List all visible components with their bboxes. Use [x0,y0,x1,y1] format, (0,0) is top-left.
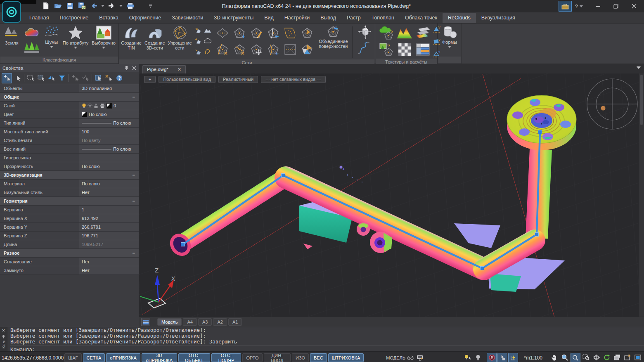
viewport-lock-button[interactable] [406,353,415,362]
restore-button[interactable] [607,0,625,12]
property-value[interactable]: По слою [79,119,139,127]
quick-polyline-button[interactable] [508,353,518,362]
compass-orbit-dot[interactable] [601,106,606,110]
layout-tab[interactable]: Модель [157,318,182,326]
open-file-button[interactable] [53,1,62,10]
status-toggle[interactable]: ОТС-ОБЪЕКТ [178,353,210,362]
mesh-section-button[interactable] [214,25,231,41]
viewport-control-button[interactable]: --- нет связанных видов --- [261,76,326,83]
property-value[interactable]: 0 [79,102,139,110]
document-tab[interactable]: Pipe.dwg* ✕ [142,65,186,73]
property-value[interactable]: Нет [79,266,139,274]
noise-button[interactable]: Шумы [43,25,60,48]
property-row[interactable]: Сглаживание Нет [0,258,139,266]
property-row[interactable]: Длина 1099.5217 [0,240,139,249]
ribbon-tab[interactable]: Главная [24,13,54,23]
property-row[interactable]: Вершина Z 196.771 [0,232,139,240]
property-row[interactable]: Тип линий По слою [0,119,139,128]
by-attribute-button[interactable]: По атрибуту [62,25,89,49]
property-row[interactable]: Цвет По слою [0,110,139,119]
property-value[interactable]: 196.771 [79,232,139,240]
zoom-button[interactable] [560,353,569,362]
create-tin-button[interactable]: Создание TIN [121,25,142,50]
property-value[interactable]: 1099.5217 [79,240,139,248]
property-row[interactable]: Материал По слою [0,180,139,188]
status-toggle[interactable]: оПРИВЯЗКА [106,353,140,362]
viewport-scrollbar[interactable] [639,73,644,317]
toolbox-button[interactable] [559,1,572,12]
save-button[interactable] [65,1,74,10]
geopositioning-button[interactable] [487,353,497,362]
scrollbar-thumb[interactable] [640,75,643,125]
apply-disabled-button[interactable] [80,73,90,83]
ribbon-tab[interactable]: Зависимости [166,13,208,23]
property-row[interactable]: Общие − [0,93,139,102]
status-toggle[interactable]: ДИН-ВВОД [264,353,291,362]
property-row[interactable]: Вершина Y 266.6791 [0,223,139,232]
lasso-button[interactable] [203,46,212,57]
ribbon-tab[interactable]: Растр [341,13,366,23]
tab-list-chevron-icon[interactable] [637,66,641,69]
property-value[interactable]: 1 [79,206,139,214]
model-viewport[interactable]: + Пользовательский вид Реалистичный --- … [139,73,644,317]
help-dropdown-caret-icon[interactable] [580,5,583,7]
status-toggle[interactable]: ВЕС [310,353,327,362]
property-value[interactable]: По слою [79,145,139,153]
status-toggle[interactable]: СЕТКА [83,353,105,362]
ribbon-tab[interactable]: Оформление [124,13,167,23]
redo-button[interactable] [107,1,116,10]
show-hidden-objects-button[interactable] [474,353,483,362]
status-toggle[interactable]: ИЗО [292,353,309,362]
group-label-classification[interactable]: Классификация [0,57,118,63]
property-row[interactable]: Масштаб типа линий 100 [0,128,139,136]
ribbon-tab[interactable]: Вставка [94,13,123,23]
property-row[interactable]: Гиперссылка [0,154,139,162]
ribbon-tab[interactable]: Топоплан [366,13,400,23]
rainbow-cloud-button[interactable] [23,25,40,40]
pipe-flange[interactable] [507,95,576,150]
space-mode-label[interactable]: МОДЕЛЬ [386,355,405,360]
surface-scan-button[interactable] [194,46,203,57]
status-toggle[interactable]: 3D оПРИВЯЗКА [142,353,177,362]
section-collapse-toggle[interactable]: − [133,197,139,205]
surface-layers-button[interactable] [414,25,432,41]
select-crossing-button[interactable] [36,73,46,83]
new-file-button[interactable] [41,1,50,10]
nanocad-logo[interactable] [2,1,21,23]
property-value[interactable]: По слою [79,180,139,188]
select-window-button[interactable] [26,73,36,83]
print-button[interactable] [125,1,135,10]
checker-texture-button[interactable] [395,41,414,58]
minimize-button[interactable] [589,0,607,12]
ribbon-tab[interactable]: Построение [54,13,94,23]
add-to-selection-button[interactable] [2,73,12,83]
property-row[interactable]: Визуальный стиль Нет [0,188,139,197]
mesh-crop-button[interactable] [282,41,298,57]
mesh-move-vertex-button[interactable] [248,41,265,57]
toolbar-overflow-button[interactable] [146,1,155,10]
property-value[interactable]: 3D-полилиния [79,84,139,92]
undo-dropdown-caret-icon[interactable] [101,5,104,7]
property-row[interactable]: Геометрия − [0,197,139,206]
elevation-map-button[interactable] [395,25,414,41]
ribbon-tab[interactable]: 3D-инструменты [208,13,259,23]
layout-tab[interactable]: A4 [183,318,197,326]
mesh-fill-face-button[interactable] [299,25,315,41]
status-toggle[interactable]: ШТРИХОВКА [328,353,364,362]
select-button[interactable] [13,73,22,83]
ribbon-tab[interactable]: Облака точек [400,13,443,23]
layout-tab[interactable]: A1 [228,318,242,326]
section-collapse-toggle[interactable]: − [133,171,139,179]
clean-screen-button[interactable] [633,353,642,362]
surface-import-button[interactable] [194,35,203,46]
property-value[interactable]: Нет [79,258,139,266]
mesh-add-vertex-button[interactable]: + [231,25,248,41]
mesh-3d-move-button[interactable] [355,25,373,40]
command-pin-icon[interactable] [2,334,5,338]
cloud-to-mesh-button[interactable] [377,25,395,41]
property-value[interactable] [79,154,139,162]
viewport-control-button[interactable]: + [144,76,156,83]
vegetation-button[interactable] [23,40,40,55]
mesh-paint-button[interactable] [299,41,315,57]
property-row[interactable]: Слой 0 [0,102,139,110]
